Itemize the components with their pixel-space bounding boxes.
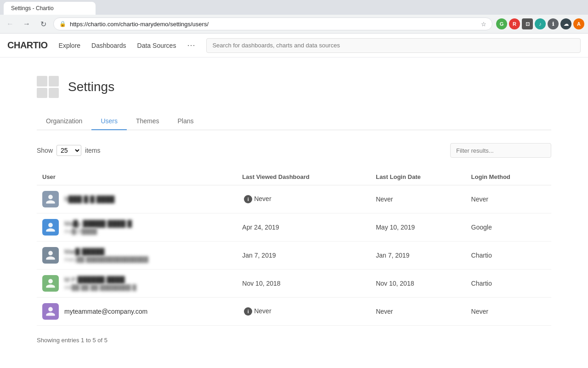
info-icon-4[interactable]: i [244,307,252,316]
forward-button[interactable]: → [20,17,33,30]
browser-tab[interactable]: Settings - Chartio [4,2,96,15]
avatar-2 [42,247,59,264]
logo[interactable]: CHARTIO [7,40,48,51]
user-name-2: Mar█ █████ [64,248,148,255]
login-method-1: Google [466,213,551,242]
user-info-cell-2: Mar█ █████mary██ ████████████████ [42,247,231,264]
items-per-page-select[interactable]: 25 50 100 [57,145,81,156]
user-cell-3: M P ██████ ████mk██ ██ ██ ████████ █ [37,270,237,298]
login-method-0: Never [466,185,551,213]
user-name-3: M P ██████ ████ [64,276,136,283]
page-title: Settings [68,80,114,94]
avatar-1 [42,219,59,236]
table-row: myteammate@company.comi NeverNeverNever [37,298,551,326]
avatar-4 [42,303,59,320]
back-button[interactable]: ← [4,17,17,30]
user-text-3: M P ██████ ████mk██ ██ ██ ████████ █ [64,276,136,291]
user-info-cell-3: M P ██████ ████mk██ ██ ██ ████████ █ [42,275,231,292]
col-login-method: Login Method [466,169,551,185]
lock-icon: 🔒 [59,21,66,27]
table-body: fr███ █ █ ████i NeverNeverNeverMa█y ████… [37,185,551,326]
browser-extensions: G R ⊡ ♪ ℹ ☁ A [496,18,584,29]
user-name-0: fr███ █ █ ████ [64,196,115,203]
browser-chrome: Settings - Chartio ← → ↻ 🔒 https://chart… [0,0,588,34]
user-name-1: Ma█y █████ ████ █ [64,220,132,227]
address-bar[interactable]: 🔒 https://chartio.com/chartio-marydemo/s… [53,17,492,30]
table-row: Mar█ █████mary██ ████████████████Jan 7, … [37,242,551,270]
last-login-0: Never [370,185,465,213]
last-login-2: Jan 7, 2019 [370,242,465,270]
last-login-4: Never [370,298,465,326]
icon-cell-4 [49,88,59,98]
browser-tabs: Settings - Chartio [0,0,588,15]
tab-themes[interactable]: Themes [127,113,169,130]
user-email-2: mary██ ████████████████ [64,256,148,263]
tab-organization[interactable]: Organization [37,113,91,130]
nav-explore[interactable]: Explore [59,40,80,51]
last-viewed-4: i Never [237,298,370,326]
extension-7[interactable]: A [573,18,584,29]
nav-more[interactable]: ··· [187,40,195,50]
extension-2[interactable]: R [509,18,520,29]
tab-title: Settings - Chartio [11,5,54,12]
extension-4[interactable]: ♪ [535,18,546,29]
icon-cell-1 [37,76,47,86]
extension-6[interactable]: ☁ [560,18,571,29]
main-content: Settings Organization Users Themes Plans… [0,58,588,362]
url-text: https://chartio.com/chartio-marydemo/set… [70,21,477,28]
tabs-container: Organization Users Themes Plans [37,113,551,130]
user-name-4: myteammate@company.com [64,308,147,315]
info-icon-0[interactable]: i [244,195,252,203]
tab-users[interactable]: Users [91,113,127,130]
user-text-2: Mar█ █████mary██ ████████████████ [64,248,148,263]
items-label: items [85,147,100,154]
extension-1[interactable]: G [496,18,507,29]
table-header: User Last Viewed Dashboard Last Login Da… [37,169,551,185]
avatar-0 [42,191,59,207]
users-table: User Last Viewed Dashboard Last Login Da… [37,169,551,326]
settings-header: Settings [37,76,551,98]
user-cell-4: myteammate@company.com [37,298,237,326]
table-row: fr███ █ █ ████i NeverNeverNever [37,185,551,213]
user-info-cell-0: fr███ █ █ ████ [42,191,231,207]
controls-row: Show 25 50 100 items [37,143,551,158]
filter-input[interactable] [450,143,551,158]
user-info-cell-1: Ma█y █████ ████ █ma█@████ [42,219,231,236]
user-text-4: myteammate@company.com [64,308,147,315]
extension-3[interactable]: ⊡ [522,18,533,29]
nav-search-input[interactable] [206,38,581,53]
last-viewed-2: Jan 7, 2019 [237,242,370,270]
col-last-login: Last Login Date [370,169,465,185]
last-viewed-0: i Never [237,185,370,213]
avatar-3 [42,275,59,292]
extension-5[interactable]: ℹ [548,18,559,29]
login-method-3: Chartio [466,270,551,298]
icon-cell-2 [49,76,59,86]
tab-plans[interactable]: Plans [169,113,203,130]
user-cell-1: Ma█y █████ ████ █ma█@████ [37,213,237,242]
last-login-1: May 10, 2019 [370,213,465,242]
show-label: Show [37,147,53,154]
browser-toolbar: ← → ↻ 🔒 https://chartio.com/chartio-mary… [0,15,588,33]
user-email-3: mk██ ██ ██ ████████ █ [64,284,136,291]
nav-data-sources[interactable]: Data Sources [137,40,176,51]
reload-button[interactable]: ↻ [37,17,50,30]
user-cell-0: fr███ █ █ ████ [37,185,237,213]
settings-icon [37,76,59,98]
show-items-control: Show 25 50 100 items [37,145,100,156]
user-cell-2: Mar█ █████mary██ ████████████████ [37,242,237,270]
footer-entries-text: Showing entries 1 to 5 of 5 [37,337,551,344]
icon-cell-3 [37,88,47,98]
col-user: User [37,169,237,185]
table-row: Ma█y █████ ████ █ma█@████Apr 24, 2019May… [37,213,551,242]
col-last-viewed: Last Viewed Dashboard [237,169,370,185]
login-method-4: Never [466,298,551,326]
user-text-1: Ma█y █████ ████ █ma█@████ [64,220,132,235]
last-viewed-1: Apr 24, 2019 [237,213,370,242]
star-icon[interactable]: ☆ [481,21,486,28]
nav-dashboards[interactable]: Dashboards [91,40,126,51]
user-info-cell-4: myteammate@company.com [42,303,231,320]
last-login-3: Nov 10, 2018 [370,270,465,298]
login-method-2: Chartio [466,242,551,270]
app-nav: CHARTIO Explore Dashboards Data Sources … [0,34,588,58]
